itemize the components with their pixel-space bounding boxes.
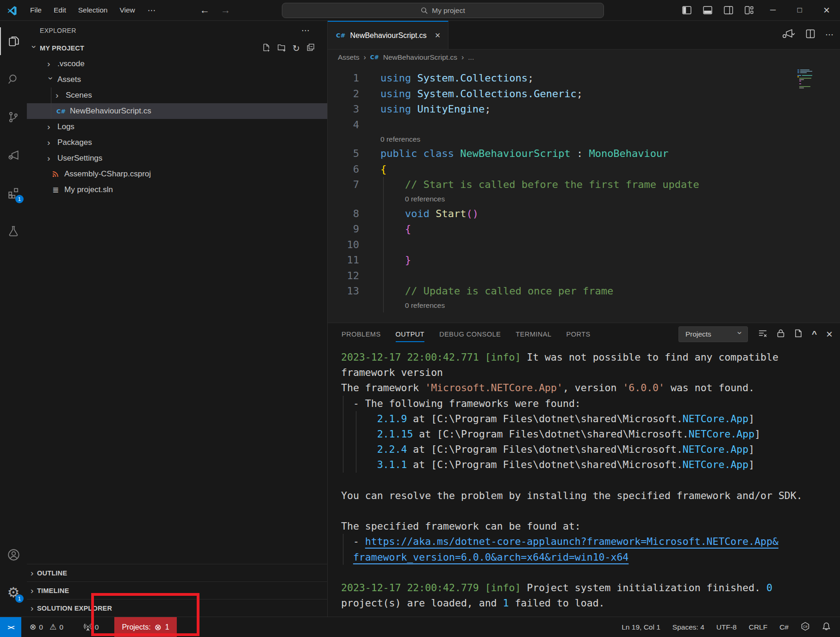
account-icon[interactable]	[0, 541, 27, 568]
tree-item-scenes[interactable]: › Scenes	[27, 87, 327, 103]
tree-item-assembly-csproj[interactable]: Assembly-CSharp.csproj	[27, 166, 327, 182]
menu-view[interactable]: View	[113, 3, 141, 17]
output-channel-select[interactable]: Projects ›	[678, 326, 748, 342]
search-value: My project	[432, 6, 465, 15]
tree-item-vscode[interactable]: › .vscode	[27, 56, 327, 72]
encoding-setting[interactable]: UTF-8	[716, 623, 737, 631]
source-control-icon[interactable]	[0, 103, 27, 131]
clear-output-icon[interactable]	[758, 329, 767, 340]
tree-item-usersettings[interactable]: › UserSettings	[27, 150, 327, 166]
code-editor[interactable]: 1using System.Collections;2using System.…	[328, 65, 840, 323]
window-minimize-button[interactable]: ─	[759, 0, 786, 20]
menu-edit[interactable]: Edit	[48, 3, 72, 17]
settings-gear-icon[interactable]: ⚙ 1	[0, 579, 27, 606]
menu-selection[interactable]: Selection	[72, 3, 114, 17]
output-line: framework version	[341, 365, 840, 380]
file-tree: › .vscode › Assets › Scenes C# NewBehavi…	[27, 56, 327, 198]
tab-newbehaviourscript[interactable]: C# NewBehaviourScript.cs ×	[328, 21, 448, 49]
search-input[interactable]: My project	[282, 3, 604, 18]
tree-item-label: NewBehaviourScript.cs	[70, 106, 151, 116]
status-bar: >< ⊗ 0 ⚠ 0 0 Projects: ⊗ 1 Ln 19, Col 1 …	[0, 617, 840, 637]
output-content[interactable]: 2023-12-17 22:00:42.771 [info] It was no…	[328, 345, 840, 617]
tree-item-label: UserSettings	[57, 154, 102, 163]
section-outline[interactable]: › OUTLINE	[27, 564, 327, 581]
nav-back-icon[interactable]: ←	[200, 5, 210, 16]
customize-layout-icon[interactable]	[739, 0, 759, 20]
chevron-right-icon: ›	[364, 53, 366, 62]
indentation-setting[interactable]: Spaces: 4	[672, 623, 704, 631]
tree-item-packages[interactable]: › Packages	[27, 135, 327, 150]
collapse-all-icon[interactable]	[306, 43, 315, 54]
run-debug-dropdown-icon[interactable]	[782, 28, 796, 41]
new-folder-icon[interactable]	[277, 43, 286, 54]
notifications-bell-icon[interactable]	[822, 622, 831, 633]
explorer-more-actions-icon[interactable]: ⋯	[301, 25, 310, 36]
breadcrumb-file[interactable]: NewBehaviourScript.cs	[383, 53, 457, 62]
section-timeline[interactable]: › TIMELINE	[27, 581, 327, 599]
section-solution-explorer[interactable]: › SOLUTION EXPLORER	[27, 599, 327, 617]
output-link[interactable]: https://aka.ms/dotnet-core-applaunch?fra…	[365, 536, 778, 547]
codelens-line[interactable]: 0 references	[328, 193, 840, 206]
tree-indent-guide	[51, 87, 51, 119]
close-panel-icon[interactable]: ×	[826, 328, 833, 341]
new-file-icon[interactable]	[262, 43, 271, 54]
error-icon: ⊗	[155, 622, 162, 632]
tab-close-icon[interactable]: ×	[435, 30, 441, 41]
line-number: 8	[328, 208, 359, 219]
minimap[interactable]	[796, 69, 820, 90]
toggle-panel-icon[interactable]	[697, 0, 718, 20]
search-sidebar-icon[interactable]	[0, 65, 27, 93]
ports-status[interactable]: 0	[82, 617, 101, 637]
breadcrumb-symbol[interactable]: ...	[468, 53, 474, 62]
tab-label: NewBehaviourScript.cs	[350, 31, 426, 40]
tab-terminal[interactable]: TERMINAL	[516, 323, 551, 345]
code-line: 11 }	[328, 252, 840, 268]
extensions-icon[interactable]: 1	[0, 179, 27, 207]
window-maximize-button[interactable]: □	[786, 0, 813, 20]
nav-forward-icon[interactable]: →	[221, 5, 230, 16]
line-number: 2	[328, 88, 359, 100]
tab-output[interactable]: OUTPUT	[396, 323, 425, 345]
code-line: 1using System.Collections;	[328, 70, 840, 86]
toggle-sidebar-icon[interactable]	[676, 0, 697, 20]
csharp-devkit-icon[interactable]: C#	[801, 622, 810, 633]
split-editor-icon[interactable]	[806, 29, 815, 40]
tree-item-logs[interactable]: › Logs	[27, 119, 327, 135]
chevron-right-icon: ›	[31, 603, 37, 613]
line-number: 5	[328, 148, 359, 159]
tab-problems[interactable]: PROBLEMS	[342, 323, 381, 345]
projects-error-badge[interactable]: Projects: ⊗ 1	[114, 617, 176, 637]
eol-setting[interactable]: CRLF	[749, 623, 767, 631]
output-link[interactable]: framework_version=6.0.0&arch=x64&rid=win…	[353, 551, 628, 563]
tree-item-newbehaviourscript[interactable]: C# NewBehaviourScript.cs	[27, 103, 327, 119]
menu-more-icon[interactable]: ⋯	[141, 6, 162, 15]
cursor-position[interactable]: Ln 19, Col 1	[622, 623, 660, 631]
open-output-in-editor-icon[interactable]	[794, 329, 803, 340]
testing-icon[interactable]	[0, 217, 27, 245]
editor-more-actions-icon[interactable]: ⋯	[825, 30, 834, 40]
toggle-secondary-sidebar-icon[interactable]	[718, 0, 739, 20]
tree-item-assets[interactable]: › Assets	[27, 72, 327, 87]
window-close-button[interactable]: ×	[813, 0, 840, 20]
lock-scroll-icon[interactable]	[777, 329, 785, 340]
workspace-section-header[interactable]: › MY PROJECT ↻	[27, 40, 327, 56]
refresh-icon[interactable]: ↻	[292, 44, 300, 53]
warning-icon: ⚠	[50, 622, 56, 632]
problems-status[interactable]: ⊗ 0 ⚠ 0	[28, 617, 65, 637]
explorer-icon[interactable]	[0, 27, 27, 55]
tab-debug-console[interactable]: DEBUG CONSOLE	[439, 323, 501, 345]
codelens-line[interactable]: 0 references	[328, 132, 840, 146]
vscode-logo-icon	[0, 5, 24, 15]
codelens-line[interactable]: 0 references	[328, 299, 840, 312]
tree-item-solution-file[interactable]: ≣ My project.sln	[27, 182, 327, 198]
run-debug-icon[interactable]	[0, 141, 27, 169]
breadcrumb-assets[interactable]: Assets	[338, 53, 360, 62]
remote-indicator[interactable]: ><	[0, 617, 21, 637]
maximize-panel-icon[interactable]: ^	[812, 329, 817, 339]
chevron-right-icon: ›	[461, 53, 464, 62]
search-icon	[421, 7, 428, 14]
language-mode[interactable]: C#	[779, 623, 789, 631]
tab-ports[interactable]: PORTS	[566, 323, 591, 345]
code-line: 2using System.Collections.Generic;	[328, 86, 840, 102]
menu-file[interactable]: File	[24, 3, 48, 17]
